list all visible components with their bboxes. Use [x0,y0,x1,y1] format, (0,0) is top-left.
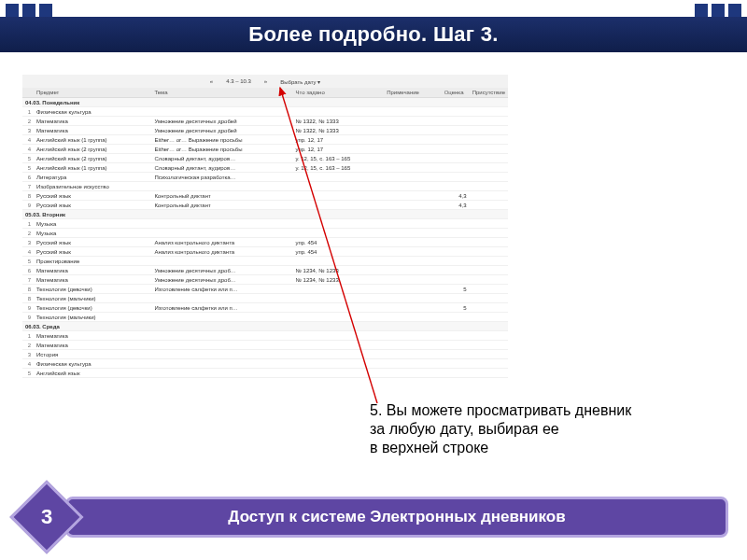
footer-bar: Доступ к системе Электронных дневников [65,497,728,538]
diary-date-toolbar: « 4.3 – 10.3 » Выбрать дату ▾ [22,75,508,88]
lesson-row: 7Изобразительное искусство [22,182,508,191]
step-badge: 3 [9,480,83,553]
day-heading-row: 05.03. Вторник [22,210,508,219]
next-week-button[interactable]: » [261,77,271,85]
prev-week-button[interactable]: « [206,77,217,85]
day-heading-row: 04.03. Понедельник [22,98,508,107]
lesson-row: 3История [22,350,508,359]
lesson-row: 5Английский язык (1 группа)Словарный дик… [22,163,508,173]
explanation-text: 5. Вы можете просматривать дневник за лю… [370,401,728,457]
lesson-row: 8Технология (мальчики) [22,294,508,303]
diary-table: Предмет Тема Что задано Примечание Оценк… [22,88,508,378]
lesson-row: 1Математика [22,331,508,341]
lesson-row: 1Физическая культура [22,107,508,117]
lesson-row: 7МатематикаУмножение десятичных дроб…№ 1… [22,275,508,285]
lesson-row: 2Музыка [22,229,508,238]
lesson-row: 9Технология (девочки)Изготовление салфет… [22,303,508,313]
lesson-row: 4Английский язык (1 группа)Either… or… В… [22,135,508,145]
lesson-row: 3МатематикаУмножение десятичных дробей№ … [22,126,508,135]
lesson-row: 4Русский языкАнализ контрольного диктант… [22,247,508,257]
date-range: 4.3 – 10.3 [222,77,255,85]
lesson-row: 6МатематикаУмножение десятичных дроб…№ 1… [22,266,508,275]
slide-title: Более подробно. Шаг 3. [0,17,747,52]
lesson-row: 5Английский язык (2 группа)Словарный дик… [22,154,508,163]
lesson-row: 8Технология (девочки)Изготовление салфет… [22,285,508,294]
day-heading-row: 06.03. Среда [22,322,508,331]
lesson-row: 6ЛитератураПсихологическая разработка… [22,173,508,182]
lesson-row: 5Английский язык [22,369,508,378]
lesson-row: 2Математика [22,341,508,350]
lesson-row: 8Русский языкКонтрольный диктант4,3 [22,191,508,201]
lesson-row: 9Русский языкКонтрольный диктант4,3 [22,201,508,210]
date-picker[interactable]: Выбрать дату ▾ [276,77,324,86]
lesson-row: 5Проектирование [22,257,508,266]
lesson-row: 2МатематикаУмножение десятичных дробей№ … [22,117,508,126]
lesson-row: 3Русский языкАнализ контрольного диктант… [22,238,508,247]
diary-screenshot: « 4.3 – 10.3 » Выбрать дату ▾ Предмет Те… [22,75,508,378]
table-header-row: Предмет Тема Что задано Примечание Оценк… [22,88,508,98]
lesson-row: 1Музыка [22,219,508,229]
lesson-row: 4Английский язык (2 группа)Either… or… В… [22,145,508,154]
lesson-row: 9Технология (мальчики) [22,313,508,322]
lesson-row: 4Физическая культура [22,359,508,369]
